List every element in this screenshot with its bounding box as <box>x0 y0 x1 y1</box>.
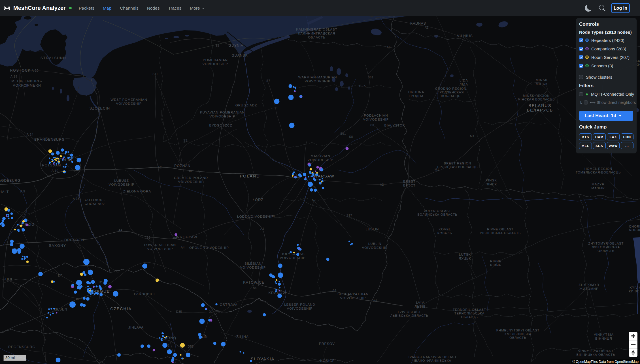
svg-text:ЖИТОМИРСЬКА: ЖИТОМИРСЬКА <box>592 245 620 249</box>
svg-text:ІВАНО-ФРАНКІВСЬКА: ІВАНО-ФРАНКІВСЬКА <box>414 359 451 362</box>
svg-text:A2: A2 <box>380 183 384 186</box>
svg-text:LVIV: LVIV <box>416 301 424 304</box>
svg-text:VOIVODESHIP: VOIVODESHIP <box>210 114 235 118</box>
svg-text:S3: S3 <box>183 139 187 142</box>
svg-text:VOIVODESHIP: VOIVODESHIP <box>340 296 366 300</box>
svg-text:S8: S8 <box>271 214 275 218</box>
svg-text:A4: A4 <box>118 228 122 232</box>
svg-text:STRALSUND: STRALSUND <box>41 56 66 60</box>
svg-text:ZHYTOMYR: ZHYTOMYR <box>579 283 599 286</box>
svg-text:ТЕРНОПІЛЬСЬКА: ТЕРНОПІЛЬСЬКА <box>454 312 485 315</box>
svg-text:M1: M1 <box>470 134 475 138</box>
svg-text:CHORNOB: CHORNOB <box>629 225 640 228</box>
svg-text:ЛЬВІВСЬКА ОБЛАСТЬ: ЛЬВІВСЬКА ОБЛАСТЬ <box>390 314 428 317</box>
svg-text:ВІННИЦЯ: ВІННИЦЯ <box>595 337 612 340</box>
svg-text:БРЭСТ: БРЭСТ <box>403 183 416 187</box>
svg-text:LESSER POLAND: LESSER POLAND <box>284 303 315 306</box>
svg-text:ЛУЦЬК: ЛУЦЬК <box>459 256 471 260</box>
svg-text:S11: S11 <box>152 72 158 76</box>
svg-text:CHÓSEBUZ: CHÓSEBUZ <box>85 202 105 205</box>
svg-text:PODLACHIAN: PODLACHIAN <box>364 114 388 117</box>
svg-text:ГОМЕЛЬСКАЯ ВОБЛАСЦЬ: ГОМЕЛЬСКАЯ ВОБЛАСЦЬ <box>576 171 621 174</box>
svg-text:WARMIAN-MASURIAN: WARMIAN-MASURIAN <box>298 75 337 79</box>
svg-text:RIVNE: RIVNE <box>490 259 501 263</box>
svg-text:VOLYN OBLAST: VOLYN OBLAST <box>424 209 451 213</box>
svg-text:S3: S3 <box>146 236 150 239</box>
svg-text:BIAŁYSTOK: BIAŁYSTOK <box>384 123 405 127</box>
svg-text:HOF: HOF <box>5 277 14 281</box>
svg-text:POZNAN: POZNAN <box>174 164 191 168</box>
svg-text:VOIVODESHIP: VOIVODESHIP <box>178 180 204 183</box>
svg-text:GRUDZIADZ: GRUDZIADZ <box>235 103 257 107</box>
svg-text:KAUNAS: KAUNAS <box>410 22 426 25</box>
svg-text:A 19: A 19 <box>10 75 17 78</box>
svg-text:HOMEL REGION: HOMEL REGION <box>584 167 613 170</box>
svg-text:WEST POMERANIAN: WEST POMERANIAN <box>110 98 147 101</box>
svg-text:РІВНЕНСЬКА ОБЛАСТЬ: РІВНЕНСЬКА ОБЛАСТЬ <box>480 231 521 235</box>
svg-text:VOIVODESHIP: VOIVODESHIP <box>308 158 333 162</box>
svg-text:БРЭСЦКАЯ ВОБЛАСЦЬ: БРЭСЦКАЯ ВОБЛАСЦЬ <box>437 165 478 169</box>
svg-text:VINNYTSYA OBLAST: VINNYTSYA OBLAST <box>578 349 613 353</box>
svg-text:LIDA: LIDA <box>460 78 468 82</box>
svg-text:S6: S6 <box>216 44 220 47</box>
svg-text:KUYAVIAN-POMERANIAN: KUYAVIAN-POMERANIAN <box>200 110 245 114</box>
svg-text:GDANSK: GDANSK <box>231 53 248 57</box>
svg-text:VOIVODESHIP: VOIVODESHIP <box>240 265 266 269</box>
svg-text:OSTRAVA: OSTRAVA <box>220 303 238 307</box>
svg-text:KATOWICE: KATOWICE <box>243 281 265 284</box>
svg-text:LOWER SILESIAN: LOWER SILESIAN <box>144 243 176 247</box>
svg-text:KOŠICE: KOŠICE <box>320 359 335 363</box>
svg-text:PARDUBICE: PARDUBICE <box>134 292 156 296</box>
svg-text:BELARUS: BELARUS <box>528 103 551 108</box>
svg-text:PREŠOV: PREŠOV <box>319 342 335 346</box>
svg-text:ГРОДНА: ГРОДНА <box>409 94 424 98</box>
svg-text:BREST: BREST <box>403 179 416 183</box>
svg-text:GREATER POLAND: GREATER POLAND <box>174 176 208 179</box>
svg-text:VOIVODESHIP: VOIVODESHIP <box>287 307 313 310</box>
svg-text:ХМЕЛЬНИЦЬКА: ХМЕЛЬНИЦЬКА <box>504 332 531 336</box>
svg-text:КОВЕЛЬ: КОВЕЛЬ <box>437 231 452 235</box>
svg-text:D55: D55 <box>188 345 194 348</box>
svg-text:ЧОРНОБИ: ЧОРНОБИ <box>629 228 640 232</box>
svg-text:КАЛИНИНГРАДСКАЯ: КАЛИНИНГРАДСКАЯ <box>298 31 335 35</box>
svg-text:HRODNA: HRODNA <box>408 90 424 94</box>
svg-text:D1: D1 <box>209 310 213 313</box>
svg-text:MAZYR: MAZYR <box>592 182 605 186</box>
svg-text:ПІНСК: ПІНСК <box>486 182 497 186</box>
svg-text:A4: A4 <box>253 286 257 290</box>
svg-text:REGENSBURG: REGENSBURG <box>8 345 35 349</box>
svg-text:DRESDEN: DRESDEN <box>64 238 84 242</box>
svg-text:A 24: A 24 <box>27 133 33 136</box>
svg-text:VOIVODESHIP: VOIVODESHIP <box>362 246 388 249</box>
svg-text:VOIVODESHIP: VOIVODESHIP <box>147 247 173 250</box>
svg-text:COTTBUS -: COTTBUS - <box>85 198 105 202</box>
svg-text:PINSK: PINSK <box>486 178 497 182</box>
svg-text:VOIVODESHIP: VOIVODESHIP <box>109 183 135 186</box>
svg-text:МІНСК: МІНСК <box>536 82 547 85</box>
svg-text:SLOVAKIA: SLOVAKIA <box>251 357 275 361</box>
svg-text:МІНСКАЯ ВОБЛАСЦЬ: МІНСКАЯ ВОБЛАСЦЬ <box>518 98 555 101</box>
svg-text:A5: A5 <box>387 46 391 49</box>
svg-text:MASOVIAN: MASOVIAN <box>311 154 330 158</box>
svg-text:ВІННИЦЬКА ОБЛАСТЬ: ВІННИЦЬКА ОБЛАСТЬ <box>577 353 615 356</box>
svg-text:ЛІДА: ЛІДА <box>460 82 468 86</box>
svg-text:LUBUSZ: LUBUSZ <box>114 179 129 182</box>
svg-text:ВОБЛАСЦЬ: ВОБЛАСЦЬ <box>441 94 460 98</box>
svg-text:KHMELNYTSKYI OBLAST: KHMELNYTSKYI OBLAST <box>496 329 540 332</box>
svg-text:A4: A4 <box>181 246 185 249</box>
svg-text:МАЗЫР: МАЗЫР <box>591 186 605 190</box>
svg-text:M1: M1 <box>435 168 439 171</box>
svg-text:MINSK: MINSK <box>536 78 548 82</box>
svg-text:ОБЛАСТЬ: ОБЛАСТЬ <box>308 35 325 39</box>
svg-text:LUTSK: LUTSK <box>459 252 471 256</box>
svg-text:VOIVODESHIP: VOIVODESHIP <box>280 256 306 260</box>
svg-text:A 10: A 10 <box>52 169 58 172</box>
svg-text:KALININGRAD OBLAST: KALININGRAD OBLAST <box>296 27 337 31</box>
svg-text:ŁÓDŹ: ŁÓDŹ <box>253 198 263 202</box>
svg-text:S17: S17 <box>346 214 352 217</box>
svg-text:ŽILINA: ŽILINA <box>236 335 249 339</box>
svg-text:ЛЬВІВ: ЛЬВІВ <box>415 305 426 308</box>
svg-text:SAXONY: SAXONY <box>49 244 66 248</box>
svg-text:S61: S61 <box>340 132 346 135</box>
svg-text:A 15: A 15 <box>73 197 80 200</box>
